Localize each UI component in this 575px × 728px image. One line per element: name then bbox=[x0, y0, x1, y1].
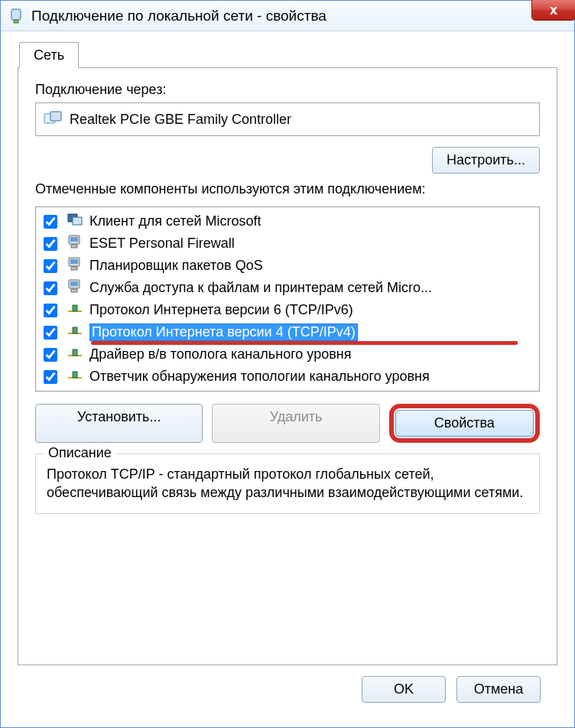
component-buttons-row: Установить... Удалить Свойства bbox=[35, 404, 540, 443]
component-row[interactable]: Драйвер в/в тополога канального уровня bbox=[37, 343, 538, 366]
component-icon bbox=[67, 212, 83, 231]
svg-rect-13 bbox=[70, 281, 78, 286]
component-label: Протокол Интернета версии 4 (TCP/IPv4) bbox=[89, 323, 358, 341]
client-area: Сеть Подключение через: Realtek PCIe GBE… bbox=[1, 31, 574, 727]
close-icon: x bbox=[550, 2, 557, 18]
component-checkbox[interactable] bbox=[44, 370, 57, 384]
properties-button[interactable]: Свойства bbox=[395, 410, 534, 437]
svg-rect-16 bbox=[73, 305, 77, 311]
titlebar: Подключение по локальной сети - свойства… bbox=[1, 1, 574, 31]
svg-rect-14 bbox=[71, 289, 77, 292]
description-group: Описание Протокол TCP/IP - стандартный п… bbox=[35, 453, 540, 514]
components-label: Отмеченные компоненты используются этим … bbox=[35, 181, 540, 197]
tab-network[interactable]: Сеть bbox=[19, 42, 79, 68]
component-row[interactable]: Ответчик обнаружения топологии канальног… bbox=[37, 366, 538, 388]
component-checkbox[interactable] bbox=[44, 326, 57, 340]
component-icon bbox=[67, 278, 83, 297]
adapter-field[interactable]: Realtek PCIe GBE Family Controller bbox=[35, 102, 540, 136]
cancel-button[interactable]: Отмена bbox=[456, 676, 541, 703]
description-text: Протокол TCP/IP - стандартный протокол г… bbox=[47, 465, 528, 502]
configure-button[interactable]: Настроить... bbox=[432, 147, 540, 174]
component-row[interactable]: Протокол Интернета версии 6 (TCP/IPv6) bbox=[37, 299, 538, 321]
component-label: Драйвер в/в тополога канального уровня bbox=[89, 346, 351, 362]
svg-rect-3 bbox=[50, 112, 61, 121]
window-title: Подключение по локальной сети - свойства bbox=[31, 8, 571, 24]
svg-rect-10 bbox=[70, 259, 78, 264]
adapter-name: Realtek PCIe GBE Family Controller bbox=[70, 112, 291, 128]
component-label: Протокол Интернета версии 6 (TCP/IPv6) bbox=[89, 302, 353, 318]
nic-icon bbox=[44, 111, 62, 128]
component-row[interactable]: Планировщик пакетов QoS bbox=[37, 255, 538, 277]
component-row[interactable]: Клиент для сетей Microsoft bbox=[37, 210, 538, 232]
component-checkbox[interactable] bbox=[44, 304, 57, 317]
svg-rect-11 bbox=[71, 267, 77, 270]
svg-rect-20 bbox=[73, 349, 77, 356]
component-label: Клиент для сетей Microsoft bbox=[89, 213, 262, 229]
component-row[interactable]: ESET Personal Firewall bbox=[37, 232, 538, 255]
component-icon bbox=[67, 323, 83, 342]
svg-rect-5 bbox=[73, 217, 82, 225]
component-row[interactable]: Служба доступа к файлам и принтерам сете… bbox=[37, 277, 538, 299]
component-label: Служба доступа к файлам и принтерам сете… bbox=[89, 280, 432, 296]
ok-button[interactable]: OK bbox=[362, 676, 446, 703]
highlight-ring: Свойства bbox=[389, 404, 540, 443]
component-checkbox[interactable] bbox=[44, 215, 57, 229]
component-list[interactable]: Клиент для сетей MicrosoftESET Personal … bbox=[35, 206, 540, 392]
svg-rect-1 bbox=[14, 20, 18, 23]
svg-rect-8 bbox=[71, 245, 77, 248]
dialog-footer: OK Отмена bbox=[18, 665, 557, 717]
properties-dialog: Подключение по локальной сети - свойства… bbox=[0, 0, 575, 728]
component-icon bbox=[67, 345, 83, 364]
component-checkbox[interactable] bbox=[44, 237, 57, 251]
connect-via-label: Подключение через: bbox=[35, 82, 540, 98]
component-checkbox[interactable] bbox=[44, 259, 57, 273]
component-icon bbox=[67, 367, 83, 386]
tabstrip: Сеть bbox=[18, 42, 557, 67]
network-adapter-icon bbox=[8, 8, 24, 24]
component-icon bbox=[67, 234, 83, 253]
component-checkbox[interactable] bbox=[44, 281, 57, 295]
component-label: Ответчик обнаружения топологии канальног… bbox=[89, 369, 430, 385]
component-icon bbox=[67, 301, 83, 320]
svg-rect-0 bbox=[11, 9, 21, 20]
component-icon bbox=[67, 256, 83, 275]
svg-rect-18 bbox=[73, 327, 77, 333]
component-checkbox[interactable] bbox=[44, 348, 57, 362]
component-row[interactable]: Протокол Интернета версии 4 (TCP/IPv4) bbox=[37, 321, 538, 343]
remove-button: Удалить bbox=[212, 404, 379, 443]
install-button[interactable]: Установить... bbox=[35, 404, 203, 443]
description-title: Описание bbox=[44, 445, 116, 461]
svg-rect-22 bbox=[73, 372, 77, 378]
close-button[interactable]: x bbox=[531, 0, 575, 21]
component-label: Планировщик пакетов QoS bbox=[89, 258, 263, 274]
component-label: ESET Personal Firewall bbox=[89, 236, 235, 252]
svg-rect-7 bbox=[70, 237, 78, 242]
tab-panel-network: Подключение через: Realtek PCIe GBE Fami… bbox=[18, 67, 557, 665]
